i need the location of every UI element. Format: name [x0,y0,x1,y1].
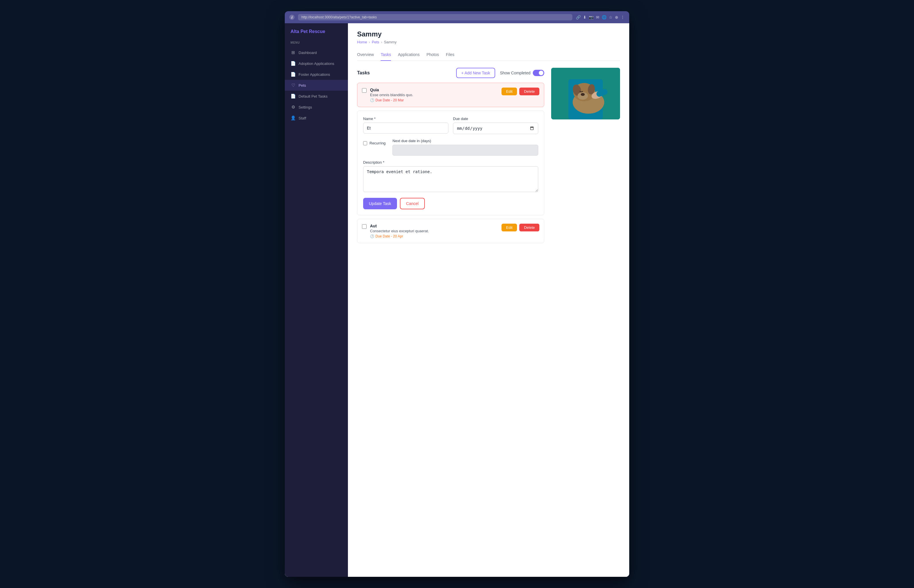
due-date-input[interactable] [453,123,538,134]
url-bar[interactable]: http://localhost:3000/alta/pets/1?active… [298,14,572,20]
task-2-due-date: 🕐 Due Date - 20 Apr [370,234,498,238]
task-2-description: Consectetur eius excepturi quaerat. [370,229,498,233]
recurring-check-group: Recurring [363,139,386,145]
add-new-task-button[interactable]: + Add New Task [456,68,496,78]
tab-overview[interactable]: Overview [357,50,374,61]
task-2-checkbox[interactable] [362,224,367,229]
update-task-button[interactable]: Update Task [363,198,397,209]
tab-tasks[interactable]: Tasks [381,50,391,61]
sidebar-item-label: Foster Applications [299,72,330,77]
task-1-card: Quia Esse omnis blanditiis quo. 🕐 Due Da… [357,83,544,107]
menu-icon[interactable]: ⋮ [621,15,625,19]
task-1-description: Esse omnis blanditiis quo. [370,93,498,97]
staff-icon: 👤 [291,115,296,121]
show-completed-container: Show Completed [500,70,544,76]
clock-icon-2: 🕐 [370,234,374,238]
app-body: Alta Pet Rescue MENU ⊞ Dashboard 📄 Adopt… [285,23,629,577]
task-2-name: Aut [370,224,498,228]
pets-icon: ♡ [291,83,296,88]
form-group-due-date: Due date [453,116,538,134]
sidebar-section-label: MENU [285,41,348,47]
task-2-edit-button[interactable]: Edit [502,224,517,231]
pet-image-panel [551,68,620,120]
form-group-name: Name * [363,116,448,134]
svg-rect-10 [551,68,620,120]
sidebar-item-label: Staff [299,116,306,120]
breadcrumb: Home › Pets › Sammy [357,40,620,44]
due-date-label: Due date [453,116,538,121]
sidebar-item-label: Settings [299,105,312,109]
tabs: Overview Tasks Applications Photos Files [357,50,620,61]
task-1-edit-button[interactable]: Edit [502,87,517,95]
content-panel: Tasks + Add New Task Show Completed [357,68,620,247]
task-1-due-date: 🕐 Due Date - 20 Mar [370,98,498,102]
form-group-description: Description * [363,160,538,193]
link-icon[interactable]: 🔗 [576,15,581,19]
download-icon[interactable]: ⬇ [583,15,586,19]
sidebar-item-label: Dashboard [299,50,317,55]
task-1-actions: Edit Delete [502,87,539,95]
task-1-info: Quia Esse omnis blanditiis quo. 🕐 Due Da… [370,87,498,102]
tab-photos[interactable]: Photos [426,50,439,61]
browser-actions: 🔗 ⬇ 📷 ✉ 🌐 ☆ ⊕ ⋮ [576,15,625,19]
task-1-checkbox[interactable] [362,88,367,93]
sidebar-item-pets[interactable]: ♡ Pets [285,80,348,91]
sidebar-item-label: Adoption Applications [299,61,334,66]
form-buttons: Update Task Cancel [363,198,538,209]
sidebar-item-foster-applications[interactable]: 📄 Foster Applications [285,69,348,80]
sidebar-item-adoption-applications[interactable]: 📄 Adoption Applications [285,58,348,69]
globe-icon[interactable]: 🌐 [602,15,607,19]
camera-icon[interactable]: 📷 [589,15,594,19]
show-completed-toggle[interactable] [533,70,544,76]
sidebar: Alta Pet Rescue MENU ⊞ Dashboard 📄 Adopt… [285,23,348,577]
sidebar-item-settings[interactable]: ⚙ Settings [285,102,348,113]
description-textarea[interactable] [363,166,538,192]
tab-applications[interactable]: Applications [398,50,420,61]
recurring-checkbox[interactable] [363,141,367,145]
breadcrumb-pets[interactable]: Pets [372,40,379,44]
sidebar-item-staff[interactable]: 👤 Staff [285,113,348,123]
browser-bar: i http://localhost:3000/alta/pets/1?acti… [285,11,629,23]
recurring-label: Recurring [370,141,386,145]
tasks-controls: + Add New Task Show Completed [456,68,544,78]
next-due-label: Next due date in (days) [392,139,538,143]
breadcrumb-sep-1: › [369,40,370,44]
sidebar-item-label: Pets [299,83,306,87]
tab-files[interactable]: Files [446,50,454,61]
task-1-delete-button[interactable]: Delete [519,87,539,95]
task-2-delete-button[interactable]: Delete [519,224,539,231]
description-label: Description * [363,160,538,165]
task-2-card: Aut Consectetur eius excepturi quaerat. … [357,219,544,243]
task-2-actions: Edit Delete [502,224,539,231]
breadcrumb-home[interactable]: Home [357,40,367,44]
foster-icon: 📄 [291,72,296,77]
edit-task-form: Name * Due date Recurring [357,111,544,215]
name-input[interactable] [363,123,448,134]
sidebar-item-default-pet-tasks[interactable]: 📄 Default Pet Tasks [285,91,348,102]
breadcrumb-sep-2: › [381,40,382,44]
tasks-section-title: Tasks [357,70,370,76]
info-icon: i [289,15,294,20]
next-due-input[interactable] [392,145,538,156]
settings-icon: ⚙ [291,105,296,110]
mail-icon[interactable]: ✉ [596,15,599,19]
cancel-button[interactable]: Cancel [400,198,425,209]
form-row-name-date: Name * Due date [363,116,538,134]
pet-image [551,68,620,120]
adoption-icon: 📄 [291,61,296,66]
recurring-row: Recurring Next due date in (days) [363,139,538,156]
task-1-name: Quia [370,87,498,92]
task-2-info: Aut Consectetur eius excepturi quaerat. … [370,224,498,238]
next-due-group: Next due date in (days) [392,139,538,156]
sidebar-item-label: Default Pet Tasks [299,94,328,99]
name-label: Name * [363,116,448,121]
star-icon[interactable]: ☆ [609,15,613,19]
sidebar-item-dashboard[interactable]: ⊞ Dashboard [285,47,348,58]
clock-icon: 🕐 [370,98,374,102]
extension-icon[interactable]: ⊕ [615,15,618,19]
breadcrumb-current: Sammy [384,40,396,44]
default-tasks-icon: 📄 [291,94,296,99]
tasks-area: Tasks + Add New Task Show Completed [357,68,544,247]
browser-window: i http://localhost:3000/alta/pets/1?acti… [285,11,629,577]
sidebar-brand: Alta Pet Rescue [285,29,348,41]
